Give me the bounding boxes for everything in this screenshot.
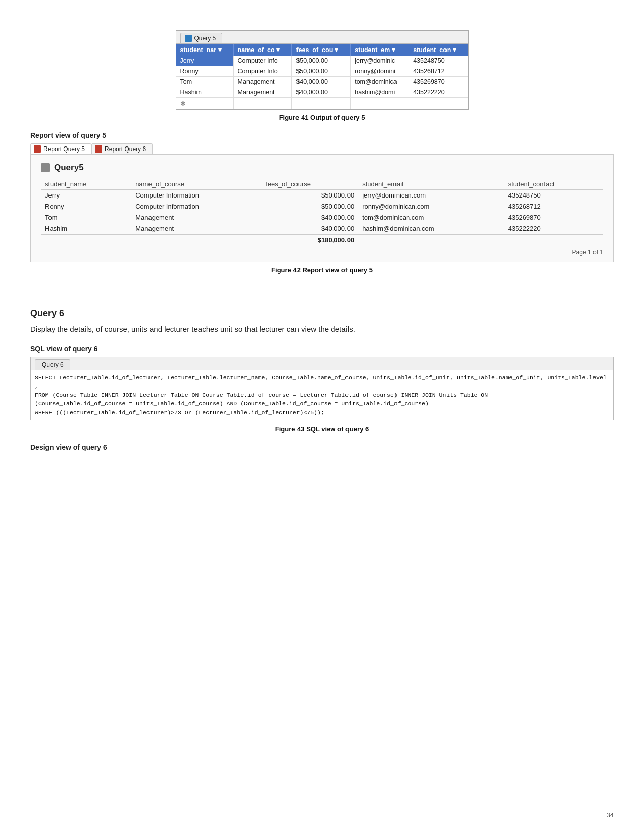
report-cell-fees_of_course: $50,000.00 (262, 201, 358, 212)
report-cell-student_contact: 435269870 (504, 212, 603, 223)
report-tab2-label: Report Query 6 (105, 145, 146, 153)
rh-course-name: name_of_course (131, 179, 262, 190)
design-view-heading: Design view of query 6 (30, 443, 614, 451)
sql-code: SELECT Lecturer_Table.id_of_lecturer, Le… (31, 370, 613, 420)
report-tab1-label: Report Query 5 (43, 145, 85, 153)
table-row: HashimManagement$40,000.00hashim@domi435… (176, 87, 468, 98)
report-data-row: TomManagement$40,000.00tom@dominican.com… (41, 212, 603, 223)
cell-student_name: Jerry (176, 56, 234, 66)
new-row: ✱ (176, 98, 468, 109)
query5-tab-label: Query 5 (194, 35, 216, 42)
report-title-bar: Query5 (41, 163, 603, 173)
col-fees: fees_of_cou ▾ (292, 44, 351, 56)
query5-access-table: Query 5 student_nar ▾ name_of_co ▾ fees_… (176, 30, 469, 110)
cell-student_name: Ronny (176, 66, 234, 77)
report-tab-bar: Report Query 5 Report Query 6 (30, 143, 614, 155)
report-cell-student_name: Tom (41, 212, 131, 223)
cell-student_name: Hashim (176, 87, 234, 98)
report-data-table: student_name name_of_course fees_of_cour… (41, 179, 603, 246)
query6-description: Display the details, of course, units an… (30, 324, 614, 335)
cell-student_email: hashim@domi (351, 87, 409, 98)
report-cell-name_of_course: Management (131, 223, 262, 235)
cell-student_name: Tom (176, 77, 234, 87)
cell-fees_of_course: $40,000.00 (292, 87, 351, 98)
cell-student_email: jerry@dominic (351, 56, 409, 66)
report-cell-fees_of_course: $40,000.00 (262, 212, 358, 223)
report-data-row: JerryComputer Information$50,000.00jerry… (41, 190, 603, 201)
sql-view-heading: SQL view of query 6 (30, 345, 614, 353)
rh-contact: student_contact (504, 179, 603, 190)
figure43-caption: Figure 43 SQL view of query 6 (30, 425, 614, 433)
col-email: student_em ▾ (351, 44, 409, 56)
report-total-spacer2 (358, 234, 603, 246)
table-row: JerryComputer Info$50,000.00jerry@domini… (176, 56, 468, 66)
cell-fees_of_course: $50,000.00 (292, 56, 351, 66)
report-view-container: Query5 student_name name_of_course fees_… (30, 155, 614, 262)
cell-student_contact: 435222220 (409, 87, 468, 98)
table-row: TomManagement$40,000.00tom@dominica43526… (176, 77, 468, 87)
report-total-row: $180,000.00 (41, 234, 603, 246)
report-query5-tab[interactable]: Report Query 5 (30, 143, 91, 154)
report-total-spacer (41, 234, 262, 246)
col-student-name: student_nar ▾ (176, 44, 234, 56)
report-cell-student_email: ronny@dominican.com (358, 201, 504, 212)
report-cell-name_of_course: Computer Information (131, 190, 262, 201)
report-cell-student_email: tom@dominican.com (358, 212, 504, 223)
report-data-row: HashimManagement$40,000.00hashim@dominic… (41, 223, 603, 235)
report-tab-icon2 (95, 145, 102, 153)
report-cell-student_name: Ronny (41, 201, 131, 212)
cell-name_of_course: Computer Info (233, 56, 292, 66)
cell-fees_of_course: $40,000.00 (292, 77, 351, 87)
cell-name_of_course: Management (233, 77, 292, 87)
rh-student-name: student_name (41, 179, 131, 190)
rh-email: student_email (358, 179, 504, 190)
sql-query6-tab[interactable]: Query 6 (35, 359, 70, 370)
report-cell-student_name: Hashim (41, 223, 131, 235)
query5-data-table: student_nar ▾ name_of_co ▾ fees_of_cou ▾… (176, 44, 468, 109)
query-tab-icon (185, 35, 192, 42)
figure41-caption: Figure 41 Output of query 5 (30, 114, 614, 121)
report-cell-student_contact: 435222220 (504, 223, 603, 235)
report-cell-student_contact: 435268712 (504, 201, 603, 212)
access-tab-bar: Query 5 (176, 31, 468, 44)
cell-student_email: ronny@domini (351, 66, 409, 77)
report-header-row: student_name name_of_course fees_of_cour… (41, 179, 603, 190)
sql-tab-bar: Query 6 (31, 357, 613, 370)
report-tab-icon1 (34, 145, 41, 153)
figure42-caption: Figure 42 Report view of query 5 (30, 266, 614, 274)
report-cell-student_contact: 435248750 (504, 190, 603, 201)
report-query6-tab[interactable]: Report Query 6 (91, 143, 153, 154)
report-total-value: $180,000.00 (262, 234, 358, 246)
cell-fees_of_course: $50,000.00 (292, 66, 351, 77)
report-cell-name_of_course: Management (131, 212, 262, 223)
report-cell-fees_of_course: $40,000.00 (262, 223, 358, 235)
cell-name_of_course: Computer Info (233, 66, 292, 77)
cell-student_contact: 435268712 (409, 66, 468, 77)
report-view-heading: Report view of query 5 (30, 131, 614, 139)
report-cell-student_email: hashim@dominican.com (358, 223, 504, 235)
cell-name_of_course: Management (233, 87, 292, 98)
report-data-row: RonnyComputer Information$50,000.00ronny… (41, 201, 603, 212)
report-cell-name_of_course: Computer Information (131, 201, 262, 212)
rh-fees: fees_of_course (262, 179, 358, 190)
sql-view-wrapper: Query 6 SELECT Lecturer_Table.id_of_lect… (30, 357, 614, 420)
query5-tab[interactable]: Query 5 (180, 33, 223, 43)
report-title: Query5 (54, 163, 84, 173)
report-cell-student_email: jerry@dominican.com (358, 190, 504, 201)
table-header-row: student_nar ▾ name_of_co ▾ fees_of_cou ▾… (176, 44, 468, 56)
report-cell-student_name: Jerry (41, 190, 131, 201)
cell-student_email: tom@dominica (351, 77, 409, 87)
report-cell-fees_of_course: $50,000.00 (262, 190, 358, 201)
sql-tab-label: Query 6 (42, 361, 64, 368)
report-pagination: Page 1 of 1 (41, 249, 603, 256)
report-title-icon (41, 163, 50, 172)
query6-heading: Query 6 (30, 308, 614, 319)
table-row: RonnyComputer Info$50,000.00ronny@domini… (176, 66, 468, 77)
col-contact: student_con ▾ (409, 44, 468, 56)
col-course-name: name_of_co ▾ (233, 44, 292, 56)
cell-student_contact: 435269870 (409, 77, 468, 87)
cell-student_contact: 435248750 (409, 56, 468, 66)
